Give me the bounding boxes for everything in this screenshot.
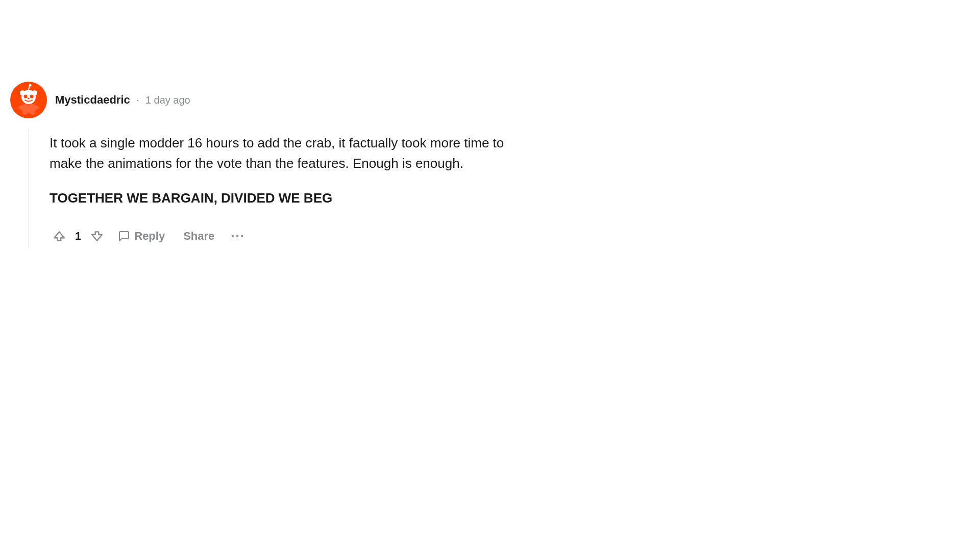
upvote-button[interactable] xyxy=(50,227,69,246)
comment-text: It took a single modder 16 hours to add … xyxy=(50,133,715,174)
svg-point-4 xyxy=(32,90,37,95)
upvote-icon xyxy=(53,230,66,243)
reply-icon xyxy=(118,230,130,242)
share-button[interactable]: Share xyxy=(176,226,222,247)
svg-point-9 xyxy=(28,98,30,99)
reply-button[interactable]: Reply xyxy=(111,226,172,247)
comment-body-wrapper: It took a single modder 16 hours to add … xyxy=(10,129,715,248)
separator-dot: · xyxy=(136,93,139,107)
vote-count: 1 xyxy=(75,230,81,243)
svg-point-3 xyxy=(20,90,25,95)
comment-body: It took a single modder 16 hours to add … xyxy=(50,129,715,248)
user-info: Mysticdaedric · 1 day ago xyxy=(55,93,190,107)
svg-point-6 xyxy=(29,84,32,87)
comment-timestamp: 1 day ago xyxy=(145,94,190,106)
comment-cta: TOGETHER WE BARGAIN, DIVIDED WE BEG xyxy=(50,190,715,206)
svg-point-8 xyxy=(30,95,34,98)
avatar xyxy=(10,82,47,118)
downvote-icon xyxy=(90,230,104,243)
action-bar: 1 Reply Share xyxy=(50,224,715,248)
svg-point-1 xyxy=(20,103,37,113)
svg-point-7 xyxy=(24,95,28,98)
svg-point-13 xyxy=(30,112,35,115)
svg-point-12 xyxy=(22,112,27,115)
thread-line xyxy=(28,129,29,248)
more-options-button[interactable]: ··· xyxy=(226,224,250,248)
comment: Mysticdaedric · 1 day ago It took a sing… xyxy=(0,0,715,248)
downvote-button[interactable] xyxy=(87,227,107,246)
comment-header: Mysticdaedric · 1 day ago xyxy=(10,82,715,118)
username[interactable]: Mysticdaedric xyxy=(55,93,130,107)
